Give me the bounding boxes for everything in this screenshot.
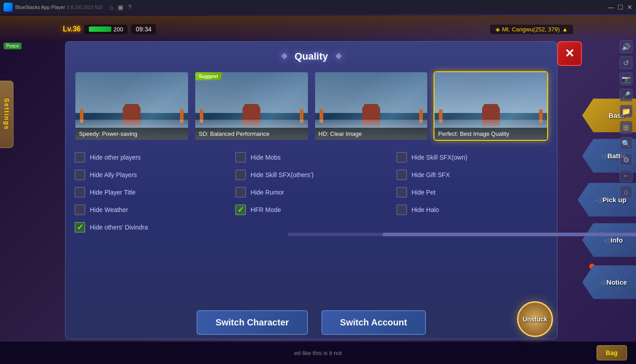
card-label-speedy: Speedy: Power-saving: [75, 128, 188, 140]
checkbox-box-hide-mobs: [235, 152, 246, 163]
peace-badge: Peace: [4, 43, 22, 49]
checkbox-box-hide-gift-sfx: [396, 169, 407, 180]
checkbox-box-hide-other-players: [75, 152, 85, 163]
card-label-hd: HD: Clear Image: [315, 128, 428, 140]
energy-value: 200: [114, 26, 123, 33]
checkbox-hide-skill-sfx-others[interactable]: Hide Skill SFX(others'): [235, 169, 387, 180]
expand-icon: ▲: [562, 26, 568, 33]
level-display: Lv.36: [63, 25, 81, 33]
checkbox-hide-ally-players[interactable]: Hide Ally Players: [75, 169, 226, 180]
switch-character-button[interactable]: Switch Character: [197, 310, 307, 335]
checkbox-box-hide-others-divindra: ✓: [75, 222, 85, 233]
checkbox-box-hide-pet: [396, 187, 407, 198]
checkbox-box-hide-player-title: [75, 187, 85, 198]
checkbox-hide-skill-sfx-own[interactable]: Hide Skill SFX(own): [396, 152, 548, 163]
scroll-thumb: [382, 233, 636, 236]
checkbox-hfr-mode[interactable]: ✓ HFR Mode: [235, 204, 387, 215]
checkbox-box-hide-skill-sfx-own: [396, 152, 407, 163]
scroll-indicator[interactable]: [288, 233, 636, 236]
checkbox-hide-mobs[interactable]: Hide Mobs: [235, 152, 387, 163]
layers-icon[interactable]: ⊞: [620, 121, 632, 134]
card-label-sd: SD: Balanced Performance: [195, 128, 308, 140]
nav-arrow-battle: ◁: [601, 152, 606, 160]
camera-icon[interactable]: 📷: [620, 73, 632, 85]
app-title: BlueStacks App Player: [15, 4, 65, 10]
checkbox-label-hide-skill-sfx-others: Hide Skill SFX(others'): [250, 171, 313, 178]
search-magnify-icon[interactable]: 🔍: [620, 137, 632, 150]
card-label-perfect: Perfect: Best Image Quality: [434, 128, 547, 140]
nav-arrow-base: ◁: [602, 112, 607, 119]
title-ornament-left: ❖: [281, 52, 288, 61]
checkmark-divindra: ✓: [77, 222, 83, 232]
bottom-text: ed like this is it not: [294, 350, 342, 356]
checkbox-label-hide-halo: Hide Halo: [412, 206, 439, 213]
suggest-badge: Suggest: [195, 72, 222, 80]
unstuck-label: Unstuck: [522, 316, 547, 323]
quality-title-row: ❖ Quality ❖: [75, 51, 548, 62]
checkbox-hide-gift-sfx[interactable]: Hide Gift SFX: [396, 169, 548, 180]
checkbox-hide-halo[interactable]: Hide Halo: [396, 204, 548, 215]
quality-card-perfect[interactable]: Perfect: Best Image Quality: [434, 71, 548, 141]
checkbox-box-hide-halo: [396, 204, 407, 215]
home-nav-icon[interactable]: ⌂: [110, 4, 113, 11]
rotate-icon[interactable]: ↺: [620, 56, 632, 69]
game-topbar: Lv.36 200 09:34 ◈ Mt. Cangwu(252, 379) ▲: [0, 16, 636, 43]
checkbox-box-hide-weather: [75, 204, 85, 215]
close-x-icon: ✕: [565, 47, 575, 61]
settings-gear-icon[interactable]: ⚙: [620, 153, 632, 166]
checkbox-box-hide-skill-sfx-others: [235, 169, 246, 180]
checkbox-label-hide-rumor: Hide Rumor: [250, 189, 284, 196]
quality-title-text: Quality: [294, 51, 328, 62]
checkbox-hide-rumor[interactable]: Hide Rumor: [235, 187, 387, 198]
checkbox-label-hide-ally-players: Hide Ally Players: [90, 171, 137, 178]
checkboxes-grid: Hide other players Hide Mobs Hide Skill …: [75, 152, 548, 233]
close-settings-button[interactable]: ✕: [557, 41, 582, 66]
checkbox-box-hide-rumor: [235, 187, 246, 198]
close-window-icon[interactable]: ✕: [627, 4, 632, 11]
bag-button[interactable]: Bag: [597, 345, 627, 360]
folder-icon[interactable]: 📁: [620, 105, 632, 117]
quality-card-speedy[interactable]: Speedy: Power-saving: [75, 71, 189, 141]
back-arrow-icon[interactable]: ←: [620, 169, 632, 182]
quality-card-hd[interactable]: HD: Clear Image: [314, 71, 429, 141]
quality-card-sd[interactable]: Suggest SD: Balanced Performance: [194, 71, 309, 141]
volume-icon[interactable]: 🔊: [620, 40, 632, 53]
windows-nav-icon[interactable]: ▣: [118, 4, 123, 11]
checkbox-hide-player-title[interactable]: Hide Player Title: [75, 187, 226, 198]
maximize-icon[interactable]: ☐: [618, 4, 623, 11]
checkbox-label-hfr-mode: HFR Mode: [250, 206, 281, 213]
nav-arrow-pickup: ◁: [596, 196, 601, 204]
bottom-action-buttons: Switch Character Switch Account: [65, 310, 557, 335]
minimize-icon[interactable]: —: [608, 4, 614, 11]
settings-tab-label: Settings: [3, 98, 10, 130]
nav-arrow-info: ◁: [604, 237, 609, 244]
checkbox-hide-other-players[interactable]: Hide other players: [75, 152, 226, 163]
compass-icon: ◈: [496, 26, 500, 33]
time-display: 09:34: [131, 24, 156, 34]
unstuck-button[interactable]: Unstuck: [517, 301, 553, 337]
window-controls: — ☐ ✕: [605, 4, 632, 11]
checkbox-box-hfr-mode: ✓: [235, 204, 246, 215]
home-nav-icon[interactable]: ⌂: [620, 186, 632, 198]
bottom-bar: ed like this is it not Bag: [0, 342, 636, 364]
player-info: Lv.36 200 09:34: [63, 24, 156, 34]
checkbox-label-hide-mobs: Hide Mobs: [250, 154, 281, 161]
energy-container: 200: [84, 25, 128, 34]
checkbox-hide-others-divindra[interactable]: ✓ Hide others' Divindra: [75, 222, 226, 233]
bluestacks-logo: [4, 3, 13, 12]
settings-tab[interactable]: Settings: [0, 81, 13, 148]
checkmark-hfr: ✓: [237, 205, 244, 215]
quality-grid: Speedy: Power-saving Suggest SD: Balance…: [75, 71, 548, 141]
checkbox-label-hide-player-title: Hide Player Title: [90, 189, 136, 196]
settings-panel: ❖ Quality ❖ Speedy: Power-saving: [65, 41, 557, 339]
title-ornament-right: ❖: [335, 52, 342, 61]
checkbox-hide-weather[interactable]: Hide Weather: [75, 204, 226, 215]
checkbox-hide-pet[interactable]: Hide Pet: [396, 187, 548, 198]
checkbox-label-hide-weather: Hide Weather: [90, 206, 128, 213]
help-icon[interactable]: ?: [128, 4, 132, 11]
switch-account-button[interactable]: Switch Account: [321, 310, 426, 335]
checkbox-label-hide-pet: Hide Pet: [412, 189, 436, 196]
checkbox-label-hide-others-divindra: Hide others' Divindra: [90, 224, 148, 231]
mic-icon[interactable]: 🎤: [620, 89, 632, 101]
checkbox-label-hide-gift-sfx: Hide Gift SFX: [412, 171, 450, 178]
